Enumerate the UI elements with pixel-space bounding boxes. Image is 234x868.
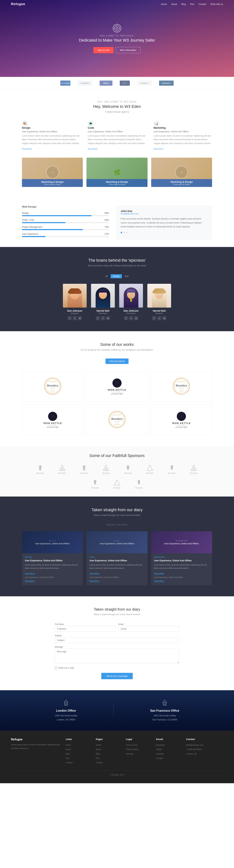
email-input[interactable] [119, 626, 179, 632]
footer-google[interactable]: Google+ [156, 757, 164, 759]
nav-blog[interactable]: Blog [181, 3, 186, 5]
dot-3[interactable] [126, 232, 127, 233]
team-3-linkedin-icon[interactable]: in [134, 316, 138, 320]
blog-1-read-more-2[interactable]: Read More [25, 580, 35, 582]
footer-page-blog[interactable]: Blog [96, 753, 100, 755]
blog-3-subtitle: User Experience, Online And Offline [154, 576, 209, 578]
blog-1-read-more[interactable]: Read More [25, 572, 35, 575]
team-4-facebook-icon[interactable]: f [152, 316, 156, 320]
more-info-button[interactable]: More information [116, 47, 141, 53]
dot-1[interactable] [121, 232, 122, 233]
footer-grid: Refugee Lorem ipsum dolor sit amet conse… [11, 738, 223, 765]
team-card-4: Harriet Null Designer f t in [147, 284, 171, 320]
team-1-facebook-icon[interactable]: f [68, 316, 72, 320]
footer-social-col: Social Facebook Twitter LinkedIn Google+ [156, 738, 180, 765]
copy-label: Send me a copy [58, 666, 74, 669]
offices-section: London Office 1945 Old South AudleyLondo… [0, 690, 234, 731]
blog-3-read-more[interactable]: Read More [154, 572, 164, 575]
footer-facebook[interactable]: Facebook [156, 744, 165, 746]
team-2-facebook-icon[interactable]: f [96, 316, 100, 320]
team-3-twitter-icon[interactable]: t [129, 316, 133, 320]
subject-input[interactable] [55, 637, 179, 643]
footer-privacy[interactable]: Privacy Policy [126, 748, 138, 750]
nav-home[interactable]: Home [161, 3, 167, 5]
blog-3-read-more-2[interactable]: Read More [154, 580, 164, 582]
skills-section: Web Design Design 80% HTML / CSS 50% Pro… [22, 205, 109, 240]
team-tab-all[interactable]: All [103, 274, 110, 278]
footer-twitter[interactable]: Twitter [156, 748, 162, 750]
view-all-button[interactable]: View all projects [105, 359, 129, 364]
footer-link-port[interactable]: Port [66, 757, 69, 759]
marketing-title: Marketing [154, 126, 212, 129]
footer-page-about[interactable]: About [96, 748, 101, 750]
footer-email[interactable]: hello@refugee.com [186, 744, 204, 746]
sponsor-7: Mountain [163, 464, 181, 474]
footer-link-about[interactable]: About [66, 748, 71, 750]
team-2-twitter-icon[interactable]: t [101, 316, 105, 320]
team-tab-dev[interactable]: Dev [123, 274, 131, 278]
message-textarea[interactable] [55, 649, 179, 663]
code-read-more[interactable]: Read More [88, 148, 98, 150]
skill-design-bar [22, 215, 92, 216]
footer-location[interactable]: London, UK [186, 753, 197, 755]
svg-text:EST. 1999: EST. 1999 [50, 388, 55, 389]
sponsor-9: Mountain [86, 478, 104, 489]
footer-legal-list: Terms of Use Privacy Policy Sitemap [126, 743, 151, 755]
blog-2-read-more-2[interactable]: Read More [90, 580, 99, 582]
portfolio-1-title: Sketching & Design [24, 181, 80, 183]
blog-card-2-image: Code User Experience, Online And Offline [87, 531, 147, 553]
welcome-title: Hey, Welcome to W3 Eden [22, 104, 212, 109]
footer-contact-list: hello@refugee.com +1 800 000 0000 London… [186, 743, 223, 755]
sponsors-section: Some of our Faithfull Sponsors Mountain … [0, 446, 234, 497]
footer-phone[interactable]: +1 800 000 0000 [186, 748, 201, 750]
blog-2-text: Lorem ipsum dolor sit amet consectetuer … [90, 563, 144, 570]
nav-port[interactable]: Port [190, 3, 194, 5]
blog-1-subtitle: User Experience, Online And Offline [25, 576, 80, 578]
welcome-desc: A digital design agency [22, 111, 212, 113]
team-3-facebook-icon[interactable]: f [124, 316, 128, 320]
hero-tagline: WELCOME TO REFUGEE [79, 35, 155, 37]
design-subtitle: User Experience, Online And Offline [22, 130, 80, 133]
skill-pm-label: Project Management [22, 226, 42, 228]
partner-logos: UF FLORIDA UNIVERSITY UCLA Penn UNIVERSI… [0, 77, 234, 90]
footer-page-contact[interactable]: Contact [96, 762, 103, 764]
team-1-twitter-icon[interactable]: t [73, 316, 77, 320]
signup-button[interactable]: Sign up now [93, 47, 113, 53]
logo-4: UNIVERSITY [159, 81, 174, 86]
team-4-linkedin-icon[interactable]: in [162, 316, 166, 320]
submit-button[interactable]: Send your message [101, 673, 133, 679]
copy-checkbox[interactable] [55, 667, 57, 669]
portfolio-3-sub: From start to finish [154, 183, 210, 185]
team-section: The brains behind the 'epicness' We're p… [0, 247, 234, 331]
blog-card-1: Design User Experience, Online And Offli… [22, 531, 83, 585]
footer-link-home[interactable]: Home [66, 744, 71, 746]
footer-page-port[interactable]: Port [96, 757, 99, 759]
footer-sitemap[interactable]: Sitemap [126, 753, 133, 755]
nav-contact[interactable]: Contact [199, 3, 206, 5]
code-subtitle: User Experience, Online And Offline [88, 130, 146, 133]
portfolio-1-sub: From start to finish [24, 183, 80, 185]
nav-work[interactable]: Work with us [211, 3, 223, 5]
svg-text:SHIPPING: SHIPPING [50, 390, 55, 392]
footer: Refugee Lorem ipsum dolor sit amet conse… [0, 731, 234, 783]
nav-links: Home About Blog Port Contact Work with u… [161, 3, 223, 5]
footer-linkedin[interactable]: LinkedIn [156, 753, 164, 755]
contact-title: Taken straight from our diary [55, 607, 179, 612]
team-tab-design[interactable]: Design [110, 274, 122, 278]
dot-2[interactable] [123, 232, 125, 233]
blog-2-tag: Code [90, 556, 144, 558]
footer-link-blog[interactable]: Blog [66, 753, 70, 755]
team-4-twitter-icon[interactable]: t [157, 316, 161, 320]
footer-link-contact[interactable]: Contact [66, 762, 73, 764]
team-title: The brains behind the 'epicness' [22, 258, 212, 263]
team-2-linkedin-icon[interactable]: in [106, 316, 110, 320]
team-1-linkedin-icon[interactable]: in [78, 316, 82, 320]
fullname-input[interactable] [55, 626, 115, 632]
design-read-more[interactable]: Read More [22, 148, 32, 150]
nav-about[interactable]: About [171, 3, 177, 5]
footer-terms[interactable]: Terms of Use [126, 744, 138, 746]
hero-title: Dedicated to Make Your W3 Journey Safer [79, 38, 155, 43]
footer-page-home[interactable]: Home [96, 744, 101, 746]
marketing-read-more[interactable]: Read More [154, 148, 163, 150]
blog-2-read-more[interactable]: Read More [90, 572, 99, 575]
